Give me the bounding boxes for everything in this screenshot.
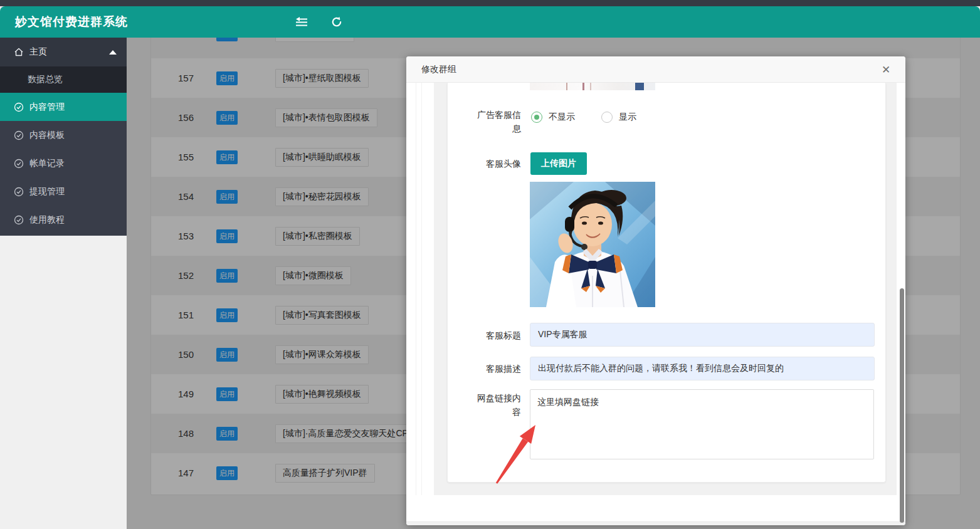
collapse-menu-icon[interactable]: [295, 15, 308, 29]
app-root: 157 启用 [城市]•壁纸取图模板 156 启用 [城市]•表情包取图模板 1…: [0, 0, 980, 529]
check-circle-icon: [14, 102, 24, 112]
group-form-card: 广告客服信息 不显示 显示 客服头像 上传图片: [447, 83, 886, 483]
app-header: 妙文馆付费进群系统: [0, 6, 980, 38]
ad-info-radio-group: 不显示 显示: [531, 112, 636, 123]
home-icon: [14, 47, 24, 57]
customer-service-photo: [530, 182, 655, 307]
divider: [416, 83, 416, 495]
sidebar-item-withdraw-manage[interactable]: 提现管理: [0, 177, 127, 206]
cs-desc-input[interactable]: [530, 357, 875, 380]
refresh-icon[interactable]: [330, 15, 344, 29]
app-title: 妙文馆付费进群系统: [0, 14, 128, 30]
sidebar-item-label: 内容管理: [29, 102, 65, 113]
top-strip: [0, 0, 980, 6]
modal-header: 修改群组 ✕: [406, 56, 905, 83]
modal-title: 修改群组: [406, 64, 456, 75]
sidebar-item-label: 内容模板: [29, 130, 65, 141]
sidebar-item-tutorial[interactable]: 使用教程: [0, 206, 127, 234]
sidebar-item-label: 数据总览: [28, 74, 63, 85]
sidebar-item-content-manage[interactable]: 内容管理: [0, 93, 127, 121]
check-circle-icon: [14, 215, 24, 225]
chevron-up-icon: [109, 50, 117, 55]
edit-group-modal: 修改群组 ✕ 广告客服信息 不显示: [406, 56, 905, 525]
field-label-cs-title: 客服标题: [471, 328, 521, 342]
close-icon[interactable]: ✕: [875, 56, 897, 83]
sidebar-item-label: 提现管理: [29, 186, 65, 197]
sidebar-item-data-overview[interactable]: 数据总览: [0, 66, 127, 93]
sidebar-item-content-template[interactable]: 内容模板: [0, 121, 127, 149]
netdisk-link-textarea[interactable]: 这里填网盘链接: [530, 389, 874, 459]
modal-footer: 立即提交 重置: [406, 521, 905, 525]
sidebar-item-label: 帐单记录: [29, 158, 65, 169]
radio-selected-icon[interactable]: [531, 112, 542, 123]
field-label-netdisk: 网盘链接内容: [471, 391, 521, 419]
field-label-cs-desc: 客服描述: [471, 362, 521, 375]
modal-body: 广告客服信息 不显示 显示 客服头像 上传图片: [406, 83, 905, 495]
cs-title-input[interactable]: [530, 323, 875, 347]
field-label-avatar: 客服头像: [471, 157, 521, 170]
radio-unselected-icon[interactable]: [601, 112, 613, 123]
sidebar-item-label: 主页: [29, 46, 47, 58]
cropped-photo-strip: [530, 83, 655, 90]
sidebar-item-label: 使用教程: [29, 214, 65, 226]
field-label-ad-info: 广告客服信息: [471, 108, 521, 135]
sidebar-item-bill-records[interactable]: 帐单记录: [0, 149, 127, 177]
sidebar-item-home[interactable]: 主页: [0, 38, 127, 66]
check-circle-icon: [14, 187, 24, 197]
radio-label-show[interactable]: 显示: [619, 112, 636, 123]
radio-label-hide[interactable]: 不显示: [549, 112, 575, 123]
divider: [421, 83, 422, 495]
modal-scrollbar-thumb[interactable]: [900, 288, 904, 523]
upload-image-button[interactable]: 上传图片: [530, 152, 587, 175]
check-circle-icon: [14, 130, 24, 140]
check-circle-icon: [14, 159, 24, 169]
sidebar: 主页 数据总览 内容管理 内容模板 帐单记录: [0, 38, 127, 236]
